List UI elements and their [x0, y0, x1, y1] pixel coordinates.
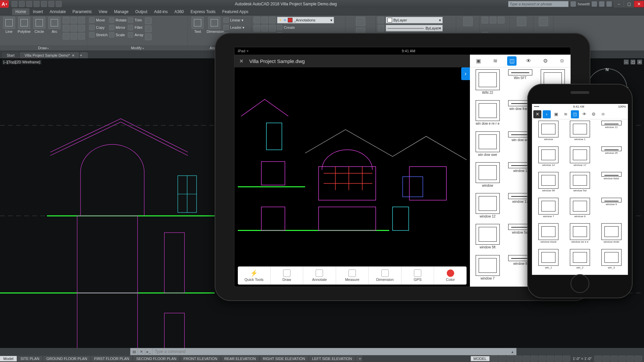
status-cust-icon[interactable]: [635, 356, 642, 362]
ipad-tool-quick-tools[interactable]: ⚡Quick Tools: [238, 266, 271, 285]
iphone-block-item[interactable]: window: [533, 121, 564, 145]
iphone-block-item[interactable]: window 11: [596, 121, 627, 145]
layer-create-button[interactable]: Create: [277, 24, 334, 31]
ribbon-tab-view[interactable]: View: [95, 8, 111, 15]
minimize-button[interactable]: –: [614, 1, 624, 7]
iphone-block-item[interactable]: window 1: [565, 121, 595, 145]
close-button[interactable]: ✕: [634, 1, 644, 7]
modify-extra1-icon[interactable]: [145, 17, 152, 24]
draw-extra-icon[interactable]: [63, 25, 69, 32]
ipad-tool-gps[interactable]: GPS: [401, 266, 434, 285]
exchange-icon[interactable]: [592, 1, 597, 7]
doc-tab-1[interactable]: Villa Project Sample Demo*✕: [20, 52, 79, 58]
iphone-layers-icon[interactable]: ≋: [561, 110, 570, 118]
qat-plot-icon[interactable]: [41, 1, 47, 7]
cmd-close-icon[interactable]: ✕: [138, 348, 145, 355]
layer-b1-icon[interactable]: [254, 17, 260, 23]
layer-dropdown[interactable]: ☀❄_Annotations▾: [277, 17, 334, 23]
iphone-block-item[interactable]: win_2: [565, 249, 595, 274]
ipad-side-view-icon[interactable]: 👁: [524, 56, 533, 66]
stayconnected-icon[interactable]: [599, 1, 604, 7]
layer-b3-icon[interactable]: [269, 17, 276, 23]
ribbon-tab-add-ins[interactable]: Add-ins: [151, 8, 171, 15]
layout-tab-first-floor-plan[interactable]: FIRST FLOOR PLAN: [91, 356, 133, 361]
doc-tab-close-icon[interactable]: ✕: [72, 54, 74, 57]
app-logo[interactable]: A: [0, 0, 9, 8]
iphone-block-item[interactable]: window 12: [533, 146, 564, 171]
status-sc-icon[interactable]: [555, 356, 562, 362]
ipad-block-item[interactable]: window 12: [472, 193, 503, 223]
maximize-button[interactable]: ▢: [624, 1, 634, 7]
layout-tab-model[interactable]: Model: [0, 356, 17, 361]
iphone-block-item[interactable]: window 8: [565, 198, 595, 223]
move-tool[interactable]: Move: [89, 17, 108, 23]
ipad-side-settings-icon[interactable]: ⛭: [557, 56, 567, 66]
draw-extra-icon[interactable]: [63, 33, 69, 40]
line-tool[interactable]: Line: [2, 17, 16, 34]
ribbon-tab-parametric[interactable]: Parametric: [69, 8, 95, 15]
circle-tool[interactable]: Circle: [33, 17, 46, 34]
ipad-tool-dimension[interactable]: Dimension: [369, 266, 401, 285]
ipad-side-adjust-icon[interactable]: ⚙: [541, 56, 550, 66]
layout-tab-left-side-elevation[interactable]: LEFT SIDE ELEVATION: [309, 356, 356, 361]
layout-tab-ground-floor-plan[interactable]: GROUND FLOOR PLAN: [43, 356, 91, 361]
layout-tab-right-side-elevation[interactable]: RIGHT SIDE ELEVATION: [260, 356, 309, 361]
util-calc-icon[interactable]: [498, 17, 504, 23]
ipad-tool-draw[interactable]: Draw: [271, 266, 304, 285]
ribbon-tab-home[interactable]: Home: [12, 8, 30, 15]
ipad-block-item[interactable]: win dow swe: [472, 131, 503, 161]
layer-b2-icon[interactable]: [261, 17, 268, 23]
status-ortho-icon[interactable]: [506, 356, 514, 362]
mirror-tool[interactable]: Mirror: [109, 24, 126, 31]
draw-extra-icon[interactable]: [78, 25, 85, 32]
layer-b5-icon[interactable]: [261, 25, 268, 32]
status-polar-icon[interactable]: [515, 356, 522, 362]
qat-open-icon[interactable]: [19, 1, 25, 7]
draw-extra-icon[interactable]: [78, 33, 85, 40]
cmd-expand-icon[interactable]: ▴: [509, 348, 516, 355]
ribbon-tab-insert[interactable]: Insert: [30, 8, 46, 15]
prop-list-icon[interactable]: [378, 25, 384, 32]
qat-redo-icon[interactable]: [56, 1, 62, 7]
ribbon-tab-annotate[interactable]: Annotate: [46, 8, 69, 15]
iphone-block-item[interactable]: window 25: [596, 146, 627, 171]
arc-tool[interactable]: Arc: [48, 17, 61, 34]
layer-b4-icon[interactable]: [254, 25, 260, 32]
layout-tab-front-elevation[interactable]: FRONT ELEVATION: [180, 356, 221, 361]
copy-tool[interactable]: Copy: [89, 24, 108, 31]
layout-add-button[interactable]: +: [356, 356, 363, 361]
status-snap-icon[interactable]: [498, 356, 506, 362]
ribbon-tab-featured-apps[interactable]: Featured Apps: [219, 8, 252, 15]
ribbon-tab-manage[interactable]: Manage: [111, 8, 132, 15]
ipad-block-item[interactable]: window: [472, 162, 503, 192]
cmd-recent-icon[interactable]: ▤: [130, 348, 138, 355]
scale-tool[interactable]: Scale: [109, 32, 126, 38]
status-mon-icon[interactable]: [602, 356, 610, 362]
text-tool[interactable]: Text: [190, 17, 205, 34]
trim-tool[interactable]: Trim: [128, 17, 143, 23]
view-base-icon[interactable]: [539, 17, 548, 26]
stretch-tool[interactable]: Stretch: [89, 32, 108, 38]
paste-icon[interactable]: [517, 17, 526, 26]
iphone-block-item[interactable]: window block: [533, 223, 564, 248]
layout-tab-site-plan[interactable]: SITE PLAN: [17, 356, 43, 361]
status-ann-icon[interactable]: [563, 356, 570, 362]
iphone-block-item[interactable]: window 17: [565, 146, 595, 171]
leader-tool[interactable]: Leader ▾: [223, 24, 245, 31]
status-iso-icon[interactable]: [523, 356, 530, 362]
iphone-block-item[interactable]: window 9: [596, 198, 627, 223]
layout-tab-rear-elevation[interactable]: REAR ELEVATION: [221, 356, 260, 361]
iphone-block-item[interactable]: window 5st: [565, 172, 595, 197]
ribbon-tab-a360[interactable]: A360: [171, 8, 187, 15]
iphone-view-icon[interactable]: 👁: [580, 110, 588, 118]
draw-extra-icon[interactable]: [70, 25, 77, 32]
status-tran-icon[interactable]: [547, 356, 554, 362]
ipad-block-item[interactable]: window 5ft: [472, 224, 503, 253]
polyline-tool[interactable]: Polyline: [17, 17, 31, 34]
status-clean-icon[interactable]: [627, 356, 634, 362]
command-input[interactable]: [153, 349, 509, 354]
command-line[interactable]: ▤ ✕ ▸_ ▴: [130, 348, 517, 355]
ipad-side-layers-icon[interactable]: ≋: [490, 56, 500, 66]
status-iso2-icon[interactable]: [619, 356, 626, 362]
ipad-block-item[interactable]: win dow e re r e: [472, 100, 503, 130]
